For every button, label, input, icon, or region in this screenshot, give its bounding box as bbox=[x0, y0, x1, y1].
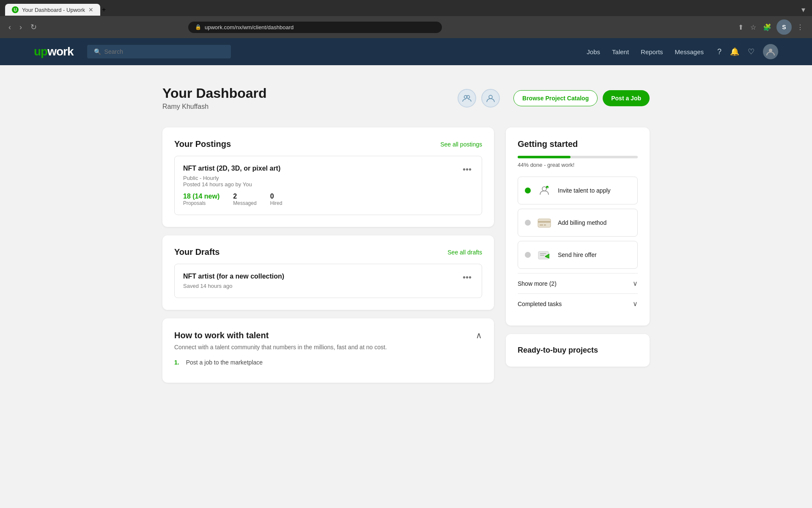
hired-stat: 0 Hired bbox=[270, 193, 283, 206]
task-active-dot bbox=[525, 188, 531, 193]
right-column: Getting started 44% done - great work! + bbox=[506, 127, 650, 383]
forward-button[interactable]: › bbox=[18, 21, 24, 33]
how-to-work-toggle-button[interactable]: ∧ bbox=[476, 330, 482, 340]
step-1-text: Post a job to the marketplace bbox=[186, 359, 263, 366]
proposals-stat: 18 (14 new) Proposals bbox=[183, 193, 219, 206]
back-button[interactable]: ‹ bbox=[7, 21, 13, 33]
proposals-value: 18 (14 new) bbox=[183, 193, 219, 200]
content-grid: Your Postings See all postings ••• NFT a… bbox=[162, 127, 650, 383]
svg-point-4 bbox=[542, 187, 546, 191]
send-hire-offer-label: Send hire offer bbox=[558, 251, 597, 258]
search-input[interactable] bbox=[104, 48, 224, 55]
security-lock-icon: 🔒 bbox=[195, 24, 201, 30]
see-all-drafts-link[interactable]: See all drafts bbox=[447, 249, 482, 256]
proposals-label: Proposals bbox=[183, 200, 219, 206]
your-postings-card: Your Postings See all postings ••• NFT a… bbox=[162, 127, 494, 227]
user-avatar[interactable] bbox=[763, 44, 778, 59]
getting-started-card: Getting started 44% done - great work! + bbox=[506, 127, 650, 326]
how-to-work-header: How to work with talent ∧ bbox=[174, 330, 482, 340]
nav-icons: ? 🔔 ♡ bbox=[717, 44, 778, 59]
favorites-icon-button[interactable]: ♡ bbox=[748, 47, 754, 56]
extensions-button[interactable]: 🧩 bbox=[761, 22, 773, 33]
send-hire-offer-task[interactable]: Send hire offer bbox=[518, 241, 638, 269]
browser-tab[interactable]: U Your Dashboard - Upwork ✕ bbox=[5, 4, 100, 16]
user-icon-group bbox=[458, 89, 500, 108]
invite-talent-icon: + bbox=[537, 183, 552, 198]
draft-more-button[interactable]: ••• bbox=[459, 271, 475, 284]
upwork-logo[interactable]: upwork bbox=[34, 45, 74, 58]
left-column: Your Postings See all postings ••• NFT a… bbox=[162, 127, 494, 383]
notifications-icon-button[interactable]: 🔔 bbox=[730, 47, 739, 56]
drafts-card-header: Your Drafts See all drafts bbox=[174, 247, 482, 257]
new-tab-button[interactable]: + bbox=[102, 6, 106, 14]
how-to-work-subtitle: Connect with a talent community that num… bbox=[174, 344, 482, 351]
browser-user-avatar[interactable]: S bbox=[776, 19, 792, 35]
ready-to-buy-card: Ready-to-buy projects bbox=[506, 334, 650, 367]
main-content: Your Dashboard Ramy Khuffash Browse Pr bbox=[152, 65, 660, 403]
hired-label: Hired bbox=[270, 200, 283, 206]
header-buttons: Browse Project Catalog Post a Job bbox=[513, 90, 650, 106]
browse-catalog-button[interactable]: Browse Project Catalog bbox=[513, 90, 598, 106]
main-navigation: upwork 🔍 Jobs Talent Reports Messages ? … bbox=[0, 38, 812, 65]
posting-item: ••• NFT artist (2D, 3D, or pixel art) Pu… bbox=[174, 156, 482, 215]
step-1: 1. Post a job to the marketplace bbox=[174, 359, 482, 366]
posting-type: Public - Hourly bbox=[183, 175, 219, 181]
add-billing-task[interactable]: Add billing method bbox=[518, 209, 638, 237]
bookmark-button[interactable]: ☆ bbox=[749, 22, 758, 33]
messaged-stat: 2 Messaged bbox=[233, 193, 256, 206]
tab-title: Your Dashboard - Upwork bbox=[22, 7, 85, 13]
task-inactive-dot bbox=[525, 220, 531, 226]
completed-tasks-button[interactable]: Completed tasks ∨ bbox=[518, 293, 638, 314]
postings-title: Your Postings bbox=[174, 139, 231, 149]
progress-bar-container bbox=[518, 156, 638, 158]
hired-value: 0 bbox=[270, 193, 283, 200]
svg-rect-10 bbox=[544, 224, 546, 226]
tab-favicon: U bbox=[12, 6, 19, 13]
messaged-value: 2 bbox=[233, 193, 256, 200]
task-inactive-dot-2 bbox=[525, 252, 531, 258]
see-all-postings-link[interactable]: See all postings bbox=[440, 141, 482, 148]
nav-talent-link[interactable]: Talent bbox=[612, 48, 629, 55]
user-profile-icon[interactable] bbox=[481, 89, 500, 108]
screenshot-button[interactable]: ⬆ bbox=[736, 22, 745, 33]
posting-stats: 18 (14 new) Proposals 2 Messaged 0 Hired bbox=[183, 193, 473, 206]
post-job-button[interactable]: Post a Job bbox=[603, 90, 650, 106]
drafts-title: Your Drafts bbox=[174, 247, 219, 257]
ready-to-buy-title: Ready-to-buy projects bbox=[518, 346, 638, 355]
show-more-label: Show more (2) bbox=[518, 280, 557, 287]
nav-jobs-link[interactable]: Jobs bbox=[587, 48, 600, 55]
team-icon[interactable] bbox=[458, 89, 476, 108]
invite-talent-task[interactable]: + Invite talent to apply bbox=[518, 177, 638, 204]
browser-menu-button[interactable]: ⋮ bbox=[795, 22, 805, 33]
page-title: Your Dashboard bbox=[162, 86, 444, 101]
postings-card-header: Your Postings See all postings bbox=[174, 139, 482, 149]
posting-meta: Public - Hourly Posted 14 hours ago by Y… bbox=[183, 175, 473, 188]
show-more-button[interactable]: Show more (2) ∨ bbox=[518, 273, 638, 293]
svg-point-0 bbox=[769, 49, 772, 52]
nav-reports-link[interactable]: Reports bbox=[641, 48, 663, 55]
dashboard-header: Your Dashboard Ramy Khuffash Browse Pr bbox=[162, 86, 650, 110]
search-bar[interactable]: 🔍 bbox=[87, 45, 231, 58]
posting-more-button[interactable]: ••• bbox=[459, 163, 475, 176]
draft-meta: Saved 14 hours ago bbox=[183, 283, 473, 289]
svg-rect-9 bbox=[540, 224, 543, 226]
refresh-button[interactable]: ↻ bbox=[29, 21, 38, 33]
hire-offer-icon bbox=[537, 247, 552, 262]
nav-links: Jobs Talent Reports Messages bbox=[587, 48, 704, 55]
getting-started-title: Getting started bbox=[518, 139, 638, 149]
nav-messages-link[interactable]: Messages bbox=[675, 48, 704, 55]
address-bar-text[interactable]: upwork.com/nx/wm/client/dashboard bbox=[205, 24, 294, 30]
step-1-number: 1. bbox=[174, 359, 179, 366]
progress-bar-fill bbox=[518, 156, 571, 158]
user-name: Ramy Khuffash bbox=[162, 103, 444, 110]
tab-close-button[interactable]: ✕ bbox=[88, 6, 93, 13]
browser-minimize-button[interactable]: ▾ bbox=[800, 3, 807, 16]
help-icon-button[interactable]: ? bbox=[717, 47, 721, 56]
search-icon: 🔍 bbox=[94, 48, 101, 55]
invite-talent-label: Invite talent to apply bbox=[558, 187, 611, 194]
show-more-chevron-icon: ∨ bbox=[633, 279, 638, 287]
add-billing-label: Add billing method bbox=[558, 219, 606, 226]
svg-rect-7 bbox=[538, 219, 551, 227]
completed-tasks-label: Completed tasks bbox=[518, 301, 562, 307]
posting-date: Posted 14 hours ago by You bbox=[183, 181, 252, 188]
